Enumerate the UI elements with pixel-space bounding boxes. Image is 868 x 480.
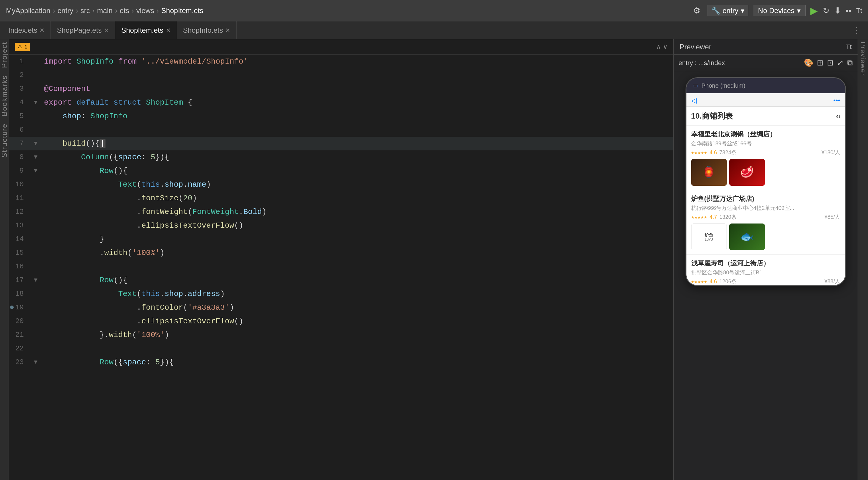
shop-img-2a: 炉鱼 LUYU xyxy=(691,223,727,250)
fold-btn-7[interactable]: ▼ xyxy=(34,137,37,150)
code-line-21: 21 }.width('100%') xyxy=(9,328,673,342)
phone-refresh-icon[interactable]: ↻ xyxy=(836,112,840,120)
shop-item-3[interactable]: 浅草屋寿司（运河上街店） 拱墅区金华路80号运河上街B1 ★★★★★ 4.6 1… xyxy=(686,255,845,285)
previewer-title-label: Previewer xyxy=(680,43,841,51)
shop-name-2: 炉鱼(拱墅万达广场店) xyxy=(691,194,840,203)
line-content-4[interactable]: export default struct ShopItem { xyxy=(41,96,673,109)
fold-btn-9[interactable]: ▼ xyxy=(34,164,37,178)
phone-nav-more-btn[interactable]: ••• xyxy=(833,97,840,104)
shop-item-1[interactable]: 幸福里老北京涮锅（丝绸店） 金华南路189号丝绒166号 ★★★★★ 4.6 7… xyxy=(686,126,845,190)
breadcrumb-main[interactable]: main xyxy=(97,6,113,15)
tab-shopinfo-ets[interactable]: ShopInfo.ets ✕ xyxy=(177,21,237,39)
reviews-1: 7324条 xyxy=(719,149,737,156)
previewer-layers-btn[interactable]: ⊞ xyxy=(817,58,824,67)
tab-index-ets-label: Index.ets xyxy=(8,26,37,34)
line-content-10[interactable]: Text(this.shop.name) xyxy=(41,178,673,191)
tab-shoppage-ets-close[interactable]: ✕ xyxy=(104,27,109,34)
debug-button[interactable]: ⬇ xyxy=(834,6,841,16)
top-bar: MyApplication › entry › src › main › ets… xyxy=(0,0,868,21)
previewer-grid-btn[interactable]: ⊡ xyxy=(827,58,834,67)
fold-btn-23[interactable]: ▼ xyxy=(34,356,37,369)
phone-label: ▭ Phone (medium) xyxy=(686,78,845,93)
line-gutter-6 xyxy=(30,123,41,137)
code-line-3: 3 @Component xyxy=(9,82,673,96)
line-content-18[interactable]: Text(this.shop.address) xyxy=(41,287,673,301)
line-num-16: 16 xyxy=(9,260,30,273)
fold-down-icon[interactable]: ∨ xyxy=(663,42,668,51)
no-devices-dropdown[interactable]: No Devices ▾ xyxy=(753,5,806,16)
line-content-19[interactable]: .fontColor('#a3a3a3') xyxy=(41,301,673,314)
previewer-header: Previewer Tt xyxy=(674,39,858,55)
line-content-6[interactable] xyxy=(41,123,673,137)
tab-shopitem-ets[interactable]: ShopItem.ets ✕ xyxy=(115,21,177,39)
line-content-23[interactable]: Row({space: 5}){ xyxy=(41,356,673,369)
code-editor: ⚠ 1 ∧ ∨ 1 import ShopInfo from '../viewm… xyxy=(9,39,673,480)
refresh-button[interactable]: ↻ xyxy=(823,6,829,16)
code-line-11: 11 .fontSize(20) xyxy=(9,191,673,205)
line-num-10: 10 xyxy=(9,178,30,191)
line-content-3[interactable]: @Component xyxy=(41,82,673,96)
structure-icon[interactable]: Structure xyxy=(0,123,9,157)
fold-btn-4[interactable]: ▼ xyxy=(34,96,37,109)
line-num-18: 18 xyxy=(9,287,30,301)
fold-btn-8[interactable]: ▼ xyxy=(34,150,37,164)
more-button[interactable]: ▪▪ xyxy=(846,6,851,16)
entry-dropdown[interactable]: 🔧 entry ▾ xyxy=(708,5,748,16)
tab-shopinfo-ets-close[interactable]: ✕ xyxy=(225,27,230,34)
fold-btn-17[interactable]: ▼ xyxy=(34,273,37,287)
breadcrumb-entry[interactable]: entry xyxy=(57,6,73,15)
project-icon[interactable]: Project xyxy=(0,41,9,68)
shop-item-2[interactable]: 炉鱼(拱墅万达广场店) 杭行路666号万达商业中心4幢2单元409室... ★★… xyxy=(686,190,845,255)
line-content-5[interactable]: shop: ShopInfo xyxy=(41,109,673,123)
run-button[interactable]: ▶ xyxy=(810,5,818,16)
previewer-palette-btn[interactable]: 🎨 xyxy=(804,58,813,67)
settings-icon-btn[interactable]: ⚙ xyxy=(691,5,703,17)
line-gutter-12 xyxy=(30,205,41,219)
code-line-6: 6 xyxy=(9,123,673,137)
tab-shoppage-ets[interactable]: ShopPage.ets ✕ xyxy=(51,21,115,39)
line-content-14[interactable]: } xyxy=(41,233,673,246)
line-gutter-10 xyxy=(30,178,41,191)
line-content-9[interactable]: Row(){ xyxy=(41,164,673,178)
bookmarks-icon[interactable]: Bookmarks xyxy=(0,75,9,116)
line-content-13[interactable]: .ellipsisTextOverFlow() xyxy=(41,219,673,233)
breadcrumb-src[interactable]: src xyxy=(81,6,90,15)
tab-index-ets[interactable]: Index.ets ✕ xyxy=(2,21,51,39)
previewer-expand-btn[interactable]: ⤢ xyxy=(837,58,844,67)
phone-screen: 10.商铺列表 ↻ 幸福里老北京涮锅（丝绸店） 金华南路189号丝绒166号 ★… xyxy=(686,107,845,285)
line-gutter-3 xyxy=(30,82,41,96)
line-content-22[interactable] xyxy=(41,342,673,356)
line-num-11: 11 xyxy=(9,191,30,205)
code-lines: 1 import ShopInfo from '../viewmodel/Sho… xyxy=(9,55,673,480)
line-content-15[interactable]: .width('100%') xyxy=(41,246,673,260)
warning-badge: ⚠ 1 xyxy=(15,43,30,51)
tab-index-ets-close[interactable]: ✕ xyxy=(39,27,44,34)
line-content-16[interactable] xyxy=(41,260,673,273)
previewer-top-right-label: Tt xyxy=(856,7,862,14)
tabs-more-btn[interactable]: ⋮ xyxy=(848,25,866,35)
breadcrumb-current-file: ShopItem.ets xyxy=(161,6,203,15)
line-content-7[interactable]: build(){| xyxy=(41,137,673,150)
breadcrumb: MyApplication › entry › src › main › ets… xyxy=(6,6,203,15)
code-line-22: 22 xyxy=(9,342,673,356)
line-content-1[interactable]: import ShopInfo from '../viewmodel/ShopI… xyxy=(41,55,673,68)
tab-shopitem-ets-close[interactable]: ✕ xyxy=(166,27,171,34)
line-content-8[interactable]: Column({space: 5}){ xyxy=(41,150,673,164)
breadcrumb-views[interactable]: views xyxy=(136,6,154,15)
line-content-17[interactable]: Row(){ xyxy=(41,273,673,287)
code-line-13: 13 .ellipsisTextOverFlow() xyxy=(9,219,673,233)
line-num-5: 5 xyxy=(9,109,30,123)
fold-up-icon[interactable]: ∧ xyxy=(656,42,660,51)
line-content-21[interactable]: }.width('100%') xyxy=(41,328,673,342)
breadcrumb-myapplication[interactable]: MyApplication xyxy=(6,6,50,15)
line-content-20[interactable]: .ellipsisTextOverFlow() xyxy=(41,314,673,328)
breadcrumb-ets[interactable]: ets xyxy=(120,6,129,15)
line-num-12: 12 xyxy=(9,205,30,219)
previewer-popout-btn[interactable]: ⧉ xyxy=(847,58,853,67)
left-sidebar: Project Bookmarks Structure xyxy=(0,39,9,480)
line-content-12[interactable]: .fontWeight(FontWeight.Bold) xyxy=(41,205,673,219)
line-content-2[interactable] xyxy=(41,68,673,82)
line-gutter-15 xyxy=(30,246,41,260)
phone-back-btn[interactable]: ◁ xyxy=(691,96,696,104)
line-content-11[interactable]: .fontSize(20) xyxy=(41,191,673,205)
